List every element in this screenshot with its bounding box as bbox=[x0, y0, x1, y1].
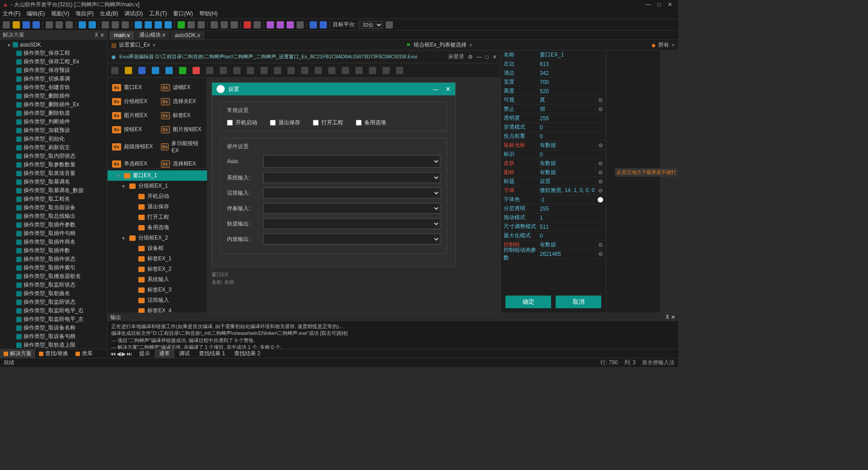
grid-icon[interactable] bbox=[396, 67, 403, 74]
tree-item[interactable]: 操作类型_取插件句柄 bbox=[0, 229, 107, 238]
property-row[interactable]: 顶边342 bbox=[501, 69, 606, 78]
palette-item[interactable]: Ex窗口EX bbox=[110, 82, 156, 93]
paste-icon[interactable] bbox=[66, 21, 73, 28]
breakpoint-list-icon[interactable] bbox=[254, 21, 261, 28]
solution-tree[interactable]: ▸ asioSDK 操作类型_保存工程操作类型_保存工程_Ex操作类型_保存预设… bbox=[0, 40, 107, 349]
align-center-icon[interactable] bbox=[220, 67, 227, 74]
bookmark-prev-icon[interactable] bbox=[155, 21, 162, 28]
palette-item[interactable]: Ex选择框EX bbox=[159, 158, 204, 168]
property-row[interactable]: 标识0 bbox=[501, 150, 606, 159]
uncomment-icon[interactable] bbox=[122, 21, 129, 28]
tree-item[interactable]: 操作类型_取监听状态 bbox=[0, 281, 107, 289]
property-value[interactable]: 有数据 bbox=[540, 160, 598, 167]
tree-item[interactable]: 操作类型_取监听电平_右 bbox=[0, 306, 107, 315]
outline-item[interactable]: 备用选项 bbox=[108, 222, 207, 233]
tree-item[interactable]: 操作类型_取监听电平_左 bbox=[0, 315, 107, 324]
bookmark-next-icon[interactable] bbox=[145, 21, 152, 28]
gear-icon[interactable]: ⚙ bbox=[598, 106, 603, 113]
gear-icon[interactable]: ⚙ bbox=[598, 142, 603, 149]
menu-编辑(E)[interactable]: 编辑(E) bbox=[27, 10, 45, 18]
copy-icon[interactable] bbox=[56, 21, 63, 28]
palette-item[interactable]: Ex多功能按钮EX bbox=[159, 138, 204, 155]
property-value[interactable]: 1 bbox=[540, 215, 603, 221]
tree-item[interactable]: 操作类型_取当前设备 bbox=[0, 203, 107, 212]
property-value[interactable]: 0 bbox=[540, 133, 603, 140]
properties-list[interactable]: 名称窗口EX_1左边613顶边342宽度700高度520可视真⚙禁止假⚙透明度2… bbox=[501, 51, 606, 291]
tree-item[interactable]: 操作类型_删除轨道 bbox=[0, 109, 107, 118]
side-tab[interactable]: 查找/替换 bbox=[35, 349, 72, 358]
menu-调试(D)[interactable]: 调试(D) bbox=[124, 10, 143, 18]
output-nav-prev-icon[interactable]: ◀ bbox=[117, 351, 121, 357]
tree-item[interactable]: 操作类型_取基调名 bbox=[0, 178, 107, 186]
menu-生成(B)[interactable]: 生成(B) bbox=[100, 10, 118, 18]
property-row[interactable]: 穿透模式0 bbox=[501, 123, 606, 132]
menu-项目(P)[interactable]: 项目(P) bbox=[75, 10, 94, 18]
output-pin-icon[interactable]: ⊼ ✕ bbox=[665, 314, 675, 320]
step-out-icon[interactable] bbox=[231, 21, 238, 28]
align-left-icon[interactable] bbox=[206, 67, 213, 74]
tree-item[interactable]: 操作类型_取发送音量 bbox=[0, 169, 107, 178]
property-value[interactable]: -1 bbox=[540, 197, 598, 203]
settings-window[interactable]: 设置 — ✕ 常规设置 开机启动退出保存打开工程备用选项 bbox=[212, 82, 456, 267]
undo-tool-icon[interactable] bbox=[152, 67, 159, 74]
tree-item[interactable]: 操作类型_取监听状态 bbox=[0, 298, 107, 306]
step-into-icon[interactable] bbox=[221, 21, 228, 28]
property-row[interactable]: 鼠标光标有数据⚙ bbox=[501, 141, 606, 150]
align-bottom-icon[interactable] bbox=[274, 67, 281, 74]
property-row[interactable]: 名称窗口EX_1 bbox=[501, 51, 606, 60]
window-layout-icon[interactable] bbox=[267, 21, 274, 28]
output-tab[interactable]: 查找结果 1 bbox=[194, 349, 230, 358]
property-value[interactable]: 微软雅黑, 14, 1, 0, 0, 0 bbox=[540, 187, 598, 194]
expand-arrow-icon[interactable]: ▾ bbox=[117, 173, 121, 179]
property-row[interactable]: 标题设置⚙ bbox=[501, 177, 606, 186]
gear-icon[interactable]: ⚙ bbox=[598, 179, 603, 185]
comment-icon[interactable] bbox=[112, 21, 119, 28]
ok-button[interactable]: 确定 bbox=[505, 296, 551, 308]
output-tab[interactable]: 通常 bbox=[155, 349, 175, 358]
open-file-icon[interactable] bbox=[13, 21, 20, 28]
breakpoint-icon[interactable] bbox=[244, 21, 251, 28]
palette-item[interactable]: Ex分组框EX bbox=[110, 96, 156, 107]
doc-tab[interactable]: main.v bbox=[109, 31, 135, 39]
property-value[interactable]: 342 bbox=[540, 70, 603, 76]
output-body[interactable]: 正在进行本地编译和链接工作(如果是首次编译, 由于需要初始化编译环境和相关缓存,… bbox=[108, 321, 678, 349]
device-select[interactable] bbox=[263, 188, 440, 198]
property-row[interactable]: 分层透明255 bbox=[501, 204, 606, 213]
tree-item[interactable]: 操作类型_加载预设 bbox=[0, 126, 107, 135]
settings-close-icon[interactable]: ✕ bbox=[445, 85, 451, 93]
outline-item[interactable]: 标签EX_1 bbox=[108, 254, 207, 264]
property-value[interactable]: 0 bbox=[540, 151, 603, 158]
tree-item[interactable]: 操作类型_取设备名称 bbox=[0, 324, 107, 332]
build-icon[interactable] bbox=[386, 21, 393, 28]
same-size-icon[interactable] bbox=[342, 67, 349, 74]
property-row[interactable]: 皮肤有数据⚙ bbox=[501, 159, 606, 168]
outline-item[interactable]: 标签EX_2 bbox=[108, 264, 207, 274]
save-icon[interactable] bbox=[23, 21, 30, 28]
gear-icon[interactable]: ⚙ bbox=[598, 169, 603, 176]
tree-item[interactable]: 操作类型_取轨道上限 bbox=[0, 341, 107, 349]
fullscreen-icon[interactable] bbox=[382, 67, 390, 74]
book1-icon[interactable] bbox=[310, 21, 317, 28]
tree-item[interactable]: 操作类型_取工程名 bbox=[0, 195, 107, 203]
designer-maximize-icon[interactable]: □ bbox=[486, 54, 489, 60]
property-value[interactable]: 假 bbox=[540, 105, 598, 113]
property-row[interactable]: 左边613 bbox=[501, 60, 606, 69]
run-icon[interactable] bbox=[178, 21, 185, 28]
book2-icon[interactable] bbox=[320, 21, 327, 28]
property-row[interactable]: 拖动模式1 bbox=[501, 213, 606, 222]
property-row[interactable]: 宽度700 bbox=[501, 78, 606, 87]
center-v-icon[interactable] bbox=[369, 67, 376, 74]
tree-item[interactable]: 操作类型_取插件数 bbox=[0, 246, 107, 255]
same-width-icon[interactable] bbox=[315, 67, 322, 74]
property-row[interactable]: 字体色-1 bbox=[501, 195, 606, 204]
doc-tab[interactable]: asioSDK.v bbox=[170, 31, 205, 39]
tree-item[interactable]: 操作类型_刷新宿主 bbox=[0, 143, 107, 152]
tree-item[interactable]: 操作类型_删除插件 bbox=[0, 92, 107, 100]
current-event-label[interactable]: 组合框Ex_列表被选择 bbox=[414, 41, 467, 49]
new-file-icon[interactable] bbox=[3, 21, 10, 28]
property-value[interactable]: 有数据 bbox=[540, 169, 598, 176]
property-row[interactable]: 禁止假⚙ bbox=[501, 105, 606, 114]
gear-icon[interactable]: ⚙ bbox=[598, 251, 603, 257]
output-tab[interactable]: 提示 bbox=[135, 349, 155, 358]
property-value[interactable]: 613 bbox=[540, 61, 603, 67]
